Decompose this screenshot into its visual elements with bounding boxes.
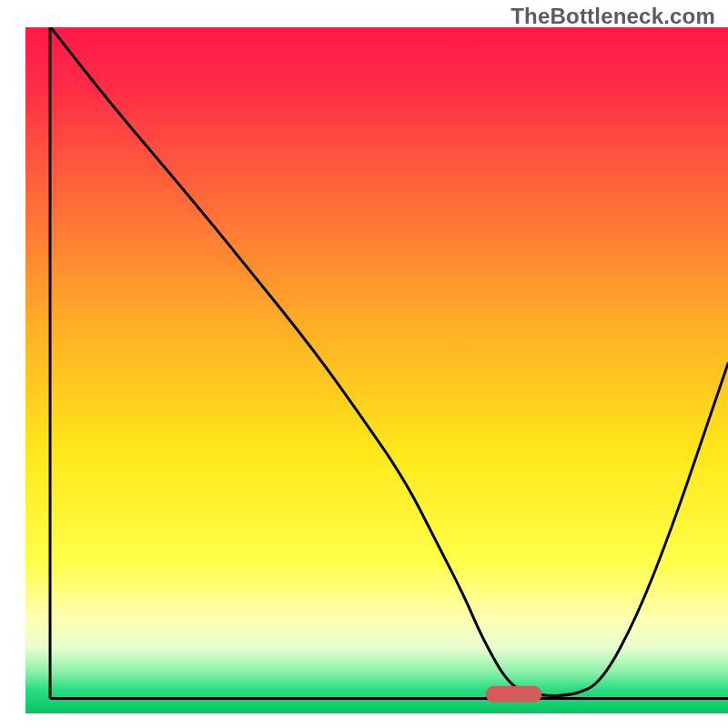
chart-svg: [0, 0, 728, 728]
watermark-label: TheBottleneck.com: [511, 4, 715, 29]
optimum-marker: [486, 686, 542, 703]
bottleneck-chart: TheBottleneck.com: [0, 0, 728, 728]
gradient-bg: [25, 27, 728, 713]
